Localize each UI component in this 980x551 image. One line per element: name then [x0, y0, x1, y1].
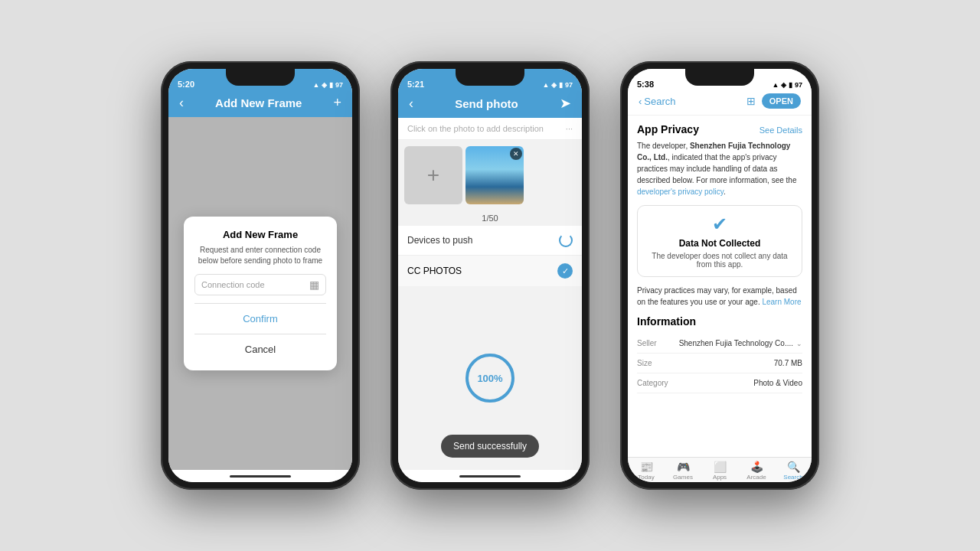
- home-indicator-2: [398, 470, 582, 482]
- size-row: Size 70.7 MB: [637, 354, 802, 373]
- checkmark-circle-icon: ✔: [645, 214, 794, 235]
- phone-1-screen: 5:20 ▲ ◈ ▮ 97 ‹ Add New Frame + Add New …: [168, 69, 352, 482]
- phone-2-screen: 5:21 ▲ ◈ ▮ 97 ‹ Send photo ➤ Click on th…: [398, 69, 582, 482]
- games-tab-label: Games: [673, 474, 693, 481]
- seller-value: Shenzhen Fujia Technology Co.... ⌄: [679, 339, 802, 347]
- games-tab-icon: 🎮: [677, 461, 690, 473]
- status-time-1: 5:20: [178, 80, 194, 89]
- search-tab-icon: 🔍: [787, 461, 800, 473]
- phones-container: 5:20 ▲ ◈ ▮ 97 ‹ Add New Frame + Add New …: [145, 46, 835, 505]
- dialog-divider-2: [194, 334, 326, 334]
- signal-icon-3: ▲: [773, 81, 779, 89]
- signal-icon-1: ▲: [313, 81, 320, 89]
- phone2-header-title: Send photo: [413, 97, 560, 110]
- phone2-header: ‹ Send photo ➤: [398, 90, 582, 118]
- category-value: Photo & Video: [753, 379, 802, 387]
- tab-today[interactable]: 📰 Today: [628, 461, 665, 481]
- notch-2: [456, 69, 524, 86]
- status-icons-3: ▲ ◈ ▮ 97: [773, 81, 802, 89]
- today-tab-icon: 📰: [640, 461, 653, 473]
- phone-3: 5:38 ▲ ◈ ▮ 97 ‹ Search ⊞ OPEN: [620, 61, 819, 490]
- photo-counter: 1/50: [398, 210, 582, 226]
- phone-3-screen: 5:38 ▲ ◈ ▮ 97 ‹ Search ⊞ OPEN: [628, 69, 812, 482]
- photo-thumbnail: ✕: [466, 146, 524, 204]
- tab-bar: 📰 Today 🎮 Games ⬜ Apps 🕹️ Arcade 🔍: [628, 457, 812, 482]
- battery-icon-1: ▮ 97: [329, 81, 343, 89]
- dialog-divider-1: [194, 303, 326, 304]
- phone3-body: App Privacy See Details The developer, S…: [628, 116, 812, 457]
- phone-2: 5:21 ▲ ◈ ▮ 97 ‹ Send photo ➤ Click on th…: [390, 61, 590, 490]
- cc-photos-row[interactable]: CC PHOTOS ✓: [398, 256, 582, 286]
- status-icons-1: ▲ ◈ ▮ 97: [313, 81, 343, 89]
- battery-icon-3: ▮ 97: [789, 81, 802, 89]
- status-icons-2: ▲ ◈ ▮ 97: [543, 81, 573, 89]
- size-label: Size: [637, 359, 652, 367]
- tab-apps[interactable]: ⬜ Apps: [701, 461, 738, 481]
- progress-ring: 100%: [463, 351, 517, 405]
- status-time-3: 5:38: [637, 80, 654, 89]
- phone3-header: ‹ Search ⊞ OPEN: [628, 90, 812, 116]
- add-frame-dialog: Add New Frame Request and enter connecti…: [184, 217, 337, 370]
- photo-desc-bar: Click on the photo to add description ··…: [398, 118, 582, 140]
- send-icon-2[interactable]: ➤: [560, 95, 571, 112]
- learn-more-link[interactable]: Learn More: [762, 298, 801, 306]
- app-privacy-header: App Privacy See Details: [637, 123, 802, 135]
- gallery-icon[interactable]: ⊞: [746, 95, 756, 107]
- add-icon-1[interactable]: +: [333, 95, 341, 111]
- tab-search[interactable]: 🔍 Search: [775, 461, 812, 481]
- open-button[interactable]: OPEN: [762, 93, 801, 109]
- success-toast: Send successfully: [441, 435, 539, 458]
- dialog-title: Add New Frame: [194, 229, 326, 240]
- privacy-note: Privacy practices may vary, for example,…: [637, 285, 802, 308]
- wifi-icon-2: ◈: [551, 81, 557, 89]
- devices-section: Devices to push CC PHOTOS ✓: [398, 226, 582, 286]
- connection-code-placeholder: Connection code: [201, 280, 265, 289]
- apps-tab-icon: ⬜: [714, 461, 727, 473]
- seller-label: Seller: [637, 339, 657, 347]
- devices-push-label: Devices to push: [407, 235, 472, 246]
- privacy-desc-text-1: The developer,: [637, 142, 690, 150]
- connection-code-input[interactable]: Connection code ▦: [194, 274, 326, 295]
- apps-tab-label: Apps: [713, 474, 727, 481]
- size-value: 70.7 MB: [774, 359, 802, 367]
- confirm-button[interactable]: Confirm: [194, 307, 326, 331]
- category-label: Category: [637, 379, 668, 387]
- tab-arcade[interactable]: 🕹️ Arcade: [738, 461, 775, 481]
- wifi-icon-1: ◈: [322, 81, 327, 89]
- app-privacy-title: App Privacy: [637, 123, 699, 135]
- more-options-icon[interactable]: ···: [566, 124, 573, 133]
- home-bar-1: [230, 475, 291, 478]
- information-title: Information: [637, 315, 802, 328]
- battery-icon-2: ▮ 97: [559, 81, 573, 89]
- header-icons-right: ⊞ OPEN: [746, 93, 801, 109]
- search-tab-label: Search: [783, 474, 802, 481]
- status-time-2: 5:21: [407, 80, 424, 89]
- signal-icon-2: ▲: [543, 81, 550, 89]
- data-not-collected-box: ✔ Data Not Collected The developer does …: [637, 205, 802, 277]
- cc-photos-label: CC PHOTOS: [407, 266, 462, 276]
- dialog-description: Request and enter connection code below …: [194, 245, 326, 266]
- phone1-header-title: Add New Frame: [184, 96, 333, 109]
- remove-photo-button[interactable]: ✕: [510, 148, 522, 160]
- privacy-description: The developer, Shenzhen Fujia Technology…: [637, 140, 802, 197]
- back-search-label: Search: [644, 96, 675, 107]
- phone1-header: ‹ Add New Frame +: [168, 90, 352, 117]
- cancel-button[interactable]: Cancel: [194, 337, 326, 361]
- today-tab-label: Today: [638, 474, 654, 481]
- loading-spinner: [559, 233, 573, 247]
- cc-photos-check: ✓: [557, 263, 573, 279]
- add-photo-button[interactable]: +: [404, 146, 462, 204]
- seller-chevron-icon: ⌄: [796, 340, 802, 347]
- progress-percent: 100%: [477, 373, 502, 384]
- qr-icon: ▦: [309, 279, 319, 291]
- see-details-link[interactable]: See Details: [760, 126, 802, 135]
- privacy-policy-link[interactable]: developer's privacy policy: [637, 187, 724, 196]
- seller-row: Seller Shenzhen Fujia Technology Co.... …: [637, 334, 802, 354]
- dnc-title: Data Not Collected: [645, 238, 794, 249]
- devices-push-row[interactable]: Devices to push: [398, 226, 582, 256]
- tab-games[interactable]: 🎮 Games: [665, 461, 701, 481]
- wifi-icon-3: ◈: [781, 81, 786, 89]
- back-search-button[interactable]: ‹ Search: [639, 96, 676, 107]
- notch-3: [685, 69, 754, 86]
- home-bar-2: [459, 475, 521, 478]
